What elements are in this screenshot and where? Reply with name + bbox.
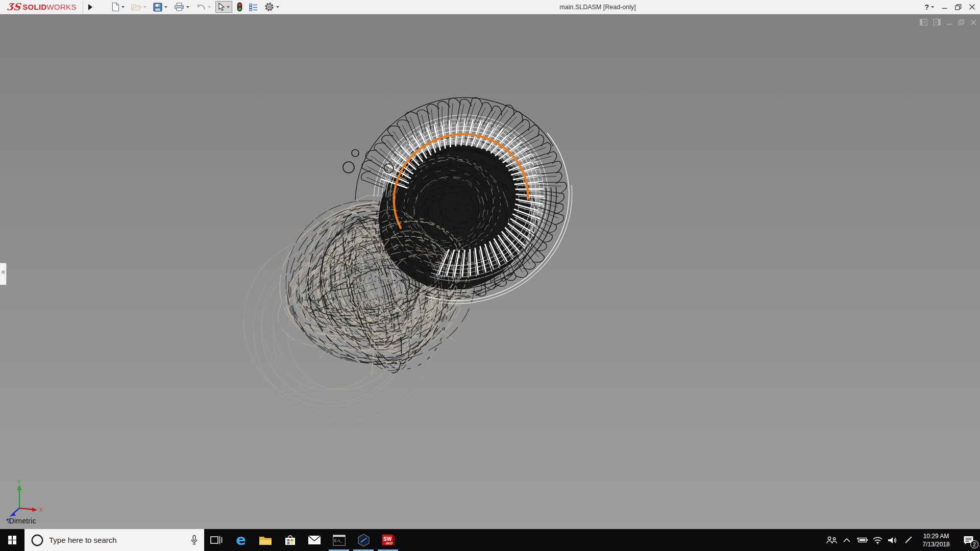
print-icon [174, 3, 184, 11]
help-button[interactable]: ? [924, 3, 934, 11]
solidworks-screen: { "titlebar": { "brand_glyph": "ƷS", "br… [0, 0, 980, 551]
dassault-3ds-glyph: ƷS [7, 2, 21, 12]
cmd-prompt-text: C:\_ [334, 539, 342, 543]
chevron-up-icon [843, 538, 850, 542]
battery-button[interactable] [854, 529, 870, 551]
task-view-button[interactable] [204, 529, 229, 551]
taskbar-clock[interactable]: 10:29 AM 7/13/2018 [916, 529, 957, 551]
close-button[interactable] [969, 4, 975, 10]
task-view-icon [210, 535, 223, 545]
taskbar-app-file-explorer[interactable] [253, 529, 278, 551]
document-title: main.SLDASM [Read-only] [559, 4, 635, 11]
volume-button[interactable] [885, 529, 900, 551]
select-cursor-icon [218, 3, 225, 11]
system-tray: 10:29 AM 7/13/2018 2 [824, 529, 980, 551]
brand-wordmark: SOLIDWORKS [22, 3, 77, 12]
help-glyph: ? [924, 3, 929, 11]
rebuild-button[interactable] [235, 1, 244, 13]
model-canvas-turbine-assembly[interactable] [0, 14, 980, 529]
solidworks-logo: ƷS SOLIDWORKS [0, 2, 81, 12]
clock-date: 7/13/2018 [916, 540, 957, 548]
clock-time: 10:29 AM [916, 532, 957, 540]
open-dropdown-caret[interactable] [143, 6, 146, 8]
sw-year: 2017 [385, 542, 393, 545]
rebuild-traffic-light-icon [237, 2, 242, 12]
taskbar-search-box[interactable] [24, 529, 204, 551]
microsoft-store-icon [284, 535, 296, 545]
print-dropdown-caret[interactable] [186, 6, 189, 8]
open-document-button[interactable] [129, 2, 149, 13]
child-minimize-icon [946, 19, 952, 26]
options-button[interactable] [262, 1, 281, 13]
hidden-icons-button[interactable] [839, 529, 854, 551]
titlebar: ƷS SOLIDWORKS [0, 0, 980, 14]
battery-charging-icon [856, 537, 868, 543]
windows-logo-icon [8, 536, 17, 544]
select-tool-button[interactable] [215, 1, 232, 13]
feature-manager-collapsed-tab[interactable] [0, 263, 7, 285]
graphics-viewport[interactable]: Y X Z *Dimetric [0, 14, 980, 529]
taskbar-app-edge[interactable]: e [229, 529, 253, 551]
restore-button[interactable] [955, 4, 962, 10]
new-dropdown-caret[interactable] [121, 6, 125, 8]
people-button[interactable] [824, 529, 839, 551]
people-icon [826, 536, 838, 544]
print-button[interactable] [172, 1, 191, 13]
document-window-controls-ghosted [920, 19, 976, 26]
view-orientation-label: *Dimetric [6, 517, 36, 525]
quick-access-toolbar [110, 1, 281, 13]
taskbar-app-hexagon[interactable] [351, 529, 376, 551]
edge-icon: e [236, 533, 246, 547]
search-input[interactable] [49, 536, 185, 544]
undo-button[interactable] [194, 2, 213, 12]
toggle-pane-left-icon [920, 19, 927, 26]
triad-x-label: X [39, 507, 43, 513]
save-dropdown-caret[interactable] [164, 6, 167, 8]
new-document-button[interactable] [110, 1, 127, 13]
window-controls: ? [924, 0, 975, 14]
file-explorer-icon [259, 535, 272, 545]
open-document-icon [131, 3, 141, 11]
undo-icon [196, 3, 206, 11]
new-document-icon [112, 2, 119, 12]
options-gear-icon [264, 2, 274, 12]
command-prompt-icon: C:\_ [333, 535, 346, 546]
pen-button[interactable] [900, 529, 916, 551]
display-settings-list-icon [249, 3, 258, 11]
triad-y-label: Y [17, 479, 21, 485]
mail-icon [308, 535, 321, 545]
tab-expand-dot [2, 270, 5, 274]
undo-dropdown-caret[interactable] [208, 6, 211, 8]
minimize-button[interactable] [942, 4, 947, 10]
action-center-button[interactable]: 2 [957, 529, 980, 551]
speaker-icon [888, 536, 898, 544]
help-dropdown-caret[interactable] [931, 6, 934, 8]
start-button[interactable] [0, 529, 24, 551]
select-dropdown-caret[interactable] [227, 6, 230, 8]
taskbar-app-command-prompt[interactable]: C:\_ [327, 529, 351, 551]
taskbar-app-solidworks-2017[interactable]: SW2017 [376, 529, 400, 551]
solidworks-2017-icon: SW2017 [381, 533, 395, 547]
child-restore-icon [958, 19, 965, 26]
save-button[interactable] [151, 1, 169, 13]
options-dropdown-caret[interactable] [276, 6, 279, 8]
wifi-icon [872, 536, 883, 544]
microphone-icon[interactable] [190, 535, 198, 545]
save-icon [153, 3, 162, 12]
sw-letters: SW [383, 536, 392, 542]
cortana-icon [31, 534, 44, 547]
display-settings-button[interactable] [247, 2, 260, 13]
taskbar-app-store[interactable] [278, 529, 302, 551]
notification-badge: 2 [970, 540, 978, 548]
windows-taskbar: e C:\_ SW2017 [0, 529, 980, 551]
pen-icon [904, 536, 913, 544]
child-close-icon [970, 19, 976, 26]
toolbar-separator [83, 1, 83, 13]
taskbar-app-mail[interactable] [302, 529, 327, 551]
wifi-button[interactable] [870, 529, 885, 551]
toggle-pane-right-icon [933, 19, 941, 26]
menu-flyout-arrow[interactable] [88, 4, 92, 10]
hexagon-app-icon [357, 534, 370, 547]
